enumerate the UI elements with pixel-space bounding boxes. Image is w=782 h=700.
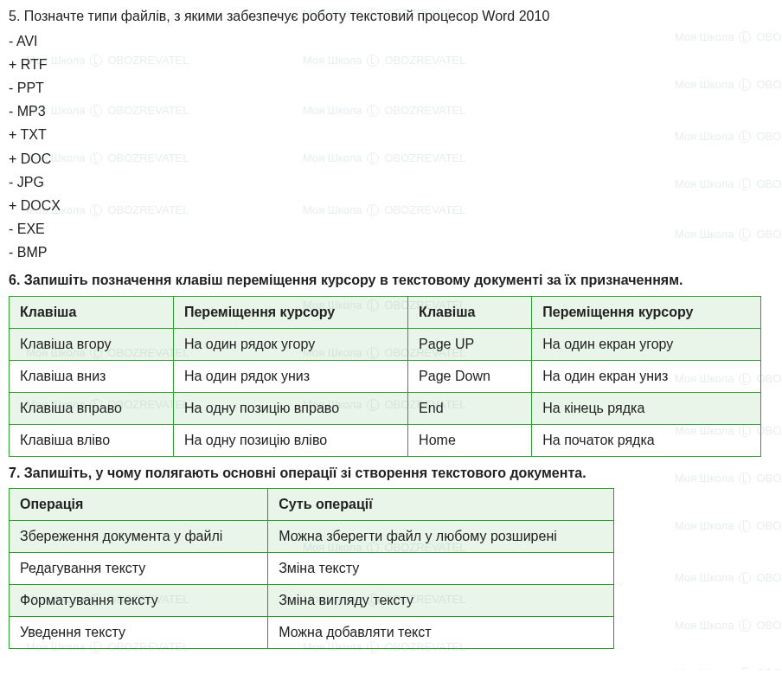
list-item: + DOC bbox=[9, 147, 773, 170]
list-item: - PPT bbox=[9, 76, 773, 100]
table-header: Клавіша bbox=[10, 296, 174, 328]
table-row: Клавіша вліво На одну позицію вліво Home… bbox=[10, 424, 761, 456]
table-header: Суть операції bbox=[268, 489, 614, 521]
table-header: Клавіша bbox=[408, 296, 532, 328]
table-row: Форматування тексту Зміна вигляду тексту bbox=[10, 585, 614, 617]
table-row: Клавіша вправо На одну позицію вправо En… bbox=[10, 392, 761, 424]
list-item: - MP3 bbox=[9, 100, 773, 123]
table-header: Операція bbox=[10, 489, 268, 521]
list-item: + TXT bbox=[9, 123, 773, 146]
table-row: Редагування тексту Зміна тексту bbox=[10, 553, 614, 585]
list-item: + DOCX bbox=[9, 194, 773, 217]
table-row: Клавіша вгору На один рядок угору Page U… bbox=[10, 328, 761, 360]
question6-table: Клавіша Переміщення курсору Клавіша Пере… bbox=[9, 296, 761, 457]
question5-prompt: 5. Позначте типи файлів, з якими забезпе… bbox=[9, 5, 773, 28]
table-row: Збереження документа у файлі Можна збере… bbox=[10, 521, 614, 553]
list-item: - JPG bbox=[9, 170, 773, 194]
list-item: - EXE bbox=[9, 217, 773, 241]
table-header: Переміщення курсору bbox=[173, 296, 407, 328]
table-row: Уведення тексту Можна добавляти текст bbox=[10, 617, 614, 649]
question5-options: - AVI + RTF - PPT - MP3 + TXT + DOC - JP… bbox=[9, 29, 773, 265]
list-item: - AVI bbox=[9, 29, 773, 53]
question7-table: Операція Суть операції Збереження докуме… bbox=[9, 488, 614, 649]
list-item: + RTF bbox=[9, 53, 773, 76]
table-row: Клавіша вниз На один рядок униз Page Dow… bbox=[10, 360, 761, 392]
question6-prompt: 6. Запишіть позначення клавіш переміщенн… bbox=[9, 271, 773, 290]
list-item: - BMP bbox=[9, 241, 773, 264]
question7-prompt: 7. Запишіть, у чому полягають основні оп… bbox=[9, 464, 773, 483]
table-header: Переміщення курсору bbox=[532, 296, 761, 328]
